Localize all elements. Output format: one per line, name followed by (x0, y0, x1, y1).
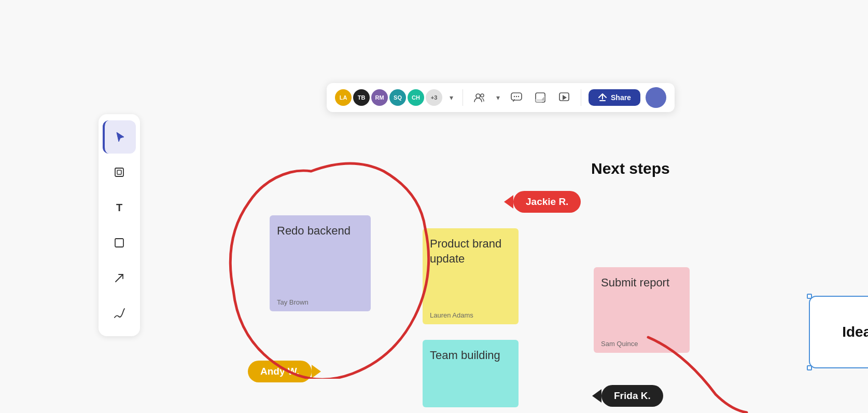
frida-arrow-icon (592, 389, 601, 403)
svg-point-3 (514, 96, 515, 97)
submit-report-title: Submit report (601, 276, 682, 291)
avatars-row: LA TB RM SQ CH +3 (335, 89, 442, 106)
sticky-note-button[interactable] (531, 88, 550, 107)
badge-andy-w[interactable]: Andy W. (248, 361, 312, 382)
badge-andy-w-wrapper: Andy W. (248, 361, 321, 382)
tool-arrow[interactable] (103, 261, 136, 295)
tool-shape[interactable] (103, 226, 136, 259)
badge-jackie-r[interactable]: Jackie R. (513, 191, 581, 213)
submit-report-author: Sam Quince (601, 340, 682, 348)
tool-select[interactable] (103, 120, 136, 154)
svg-rect-11 (115, 239, 123, 247)
avatar-RM[interactable]: RM (371, 89, 388, 106)
ideas-label: Ideas (842, 324, 868, 340)
comment-button[interactable] (507, 88, 526, 107)
svg-rect-10 (117, 170, 121, 174)
avatar-LA[interactable]: LA (335, 89, 352, 106)
avatar-SQ[interactable]: SQ (389, 89, 406, 106)
toolbar: LA TB RM SQ CH +3 ▾ ▾ (327, 83, 675, 112)
badge-frida-k-wrapper: Frida K. (592, 385, 663, 407)
avatars-chevron-icon[interactable]: ▾ (447, 91, 455, 104)
user-avatar[interactable] (646, 87, 666, 108)
sticky-team-building[interactable]: Team building (423, 340, 519, 407)
badge-jackie-r-wrapper: Jackie R. (504, 191, 581, 213)
avatar-more[interactable]: +3 (426, 89, 442, 106)
toolbar-divider-2 (581, 89, 581, 106)
tool-text[interactable]: T (103, 191, 136, 224)
tool-pen[interactable] (103, 297, 136, 330)
redo-backend-title: Redo backend (277, 224, 363, 239)
redo-backend-author: Tay Brown (277, 298, 363, 306)
left-sidebar: T (99, 114, 140, 336)
share-button[interactable]: Share (589, 89, 640, 106)
tool-frame[interactable] (103, 156, 136, 189)
ideas-box[interactable]: Ideas (809, 296, 868, 368)
product-brand-author: Lauren Adams (430, 311, 511, 319)
svg-point-1 (481, 94, 484, 97)
svg-marker-8 (563, 95, 567, 100)
sticky-submit-report[interactable]: Submit report Sam Quince (594, 267, 690, 353)
sticky-redo-backend[interactable]: Redo backend Tay Brown (270, 215, 371, 311)
toolbar-divider-1 (463, 89, 463, 106)
svg-point-5 (518, 96, 519, 97)
handle-bl[interactable] (807, 365, 812, 370)
next-steps-label: Next steps (591, 160, 670, 177)
svg-rect-9 (115, 168, 123, 176)
collaborators-button[interactable] (470, 88, 489, 107)
handle-tl[interactable] (807, 294, 812, 299)
svg-point-4 (516, 96, 517, 97)
svg-line-12 (116, 274, 123, 282)
team-building-title: Team building (430, 348, 511, 363)
avatar-CH[interactable]: CH (408, 89, 424, 106)
andy-arrow-icon (312, 365, 321, 378)
collaborators-chevron-icon[interactable]: ▾ (494, 91, 502, 104)
badge-frida-k[interactable]: Frida K. (601, 385, 663, 407)
jackie-arrow-icon (504, 195, 513, 209)
product-brand-title: Product brand update (430, 237, 511, 266)
share-label: Share (611, 93, 631, 102)
svg-point-0 (476, 94, 480, 98)
avatar-TB[interactable]: TB (353, 89, 370, 106)
sticky-product-brand[interactable]: Product brand update Lauren Adams (423, 228, 519, 324)
present-button[interactable] (555, 88, 573, 107)
